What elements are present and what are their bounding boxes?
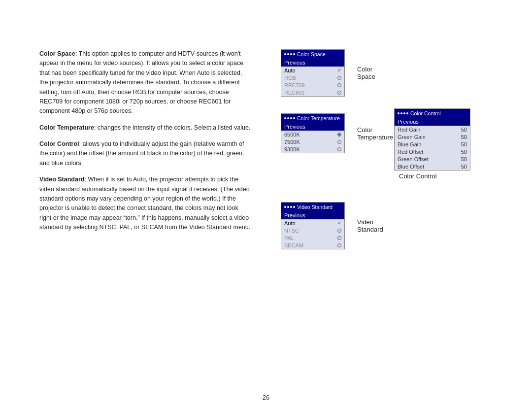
color-control-green-offset[interactable]: Green Offset 50 (395, 155, 470, 163)
color-temp-9300k[interactable]: 9300K (281, 145, 344, 153)
color-temp-section: Color Temperature Previous 6500K 7500K 9… (281, 113, 345, 153)
color-control-caption: Color Control (399, 172, 437, 180)
color-temp-6500k[interactable]: 6500K (281, 131, 344, 138)
menu-dots (284, 117, 295, 119)
radio-icon (337, 229, 341, 233)
color-control-menu: Color Control Previous Red Gain 50 Green… (394, 108, 470, 171)
color-space-caption: Color Space (357, 66, 375, 80)
color-control-red-offset[interactable]: Red Offset 50 (395, 148, 470, 155)
video-standard-menu: Video Standard Previous Auto ✓ NTSC PAL … (281, 202, 345, 249)
color-space-paragraph: Color Space: This option applies to comp… (39, 49, 251, 116)
dot1 (398, 112, 399, 114)
dot2 (287, 53, 289, 55)
color-temp-previous[interactable]: Previous (281, 123, 344, 131)
video-standard-pal[interactable]: PAL (281, 234, 344, 241)
color-control-blue-gain[interactable]: Blue Gain 50 (395, 140, 470, 148)
color-temp-bold: Color Temperature (39, 124, 94, 131)
dot3 (403, 112, 405, 114)
radio-icon (337, 147, 341, 151)
video-standard-secam[interactable]: SECAM (281, 241, 344, 249)
radio-icon (337, 140, 341, 144)
dot1 (284, 53, 286, 55)
color-temp-caption: Color Temperature (357, 126, 393, 141)
radio-icon (337, 91, 341, 95)
dot3 (290, 53, 292, 55)
video-standard-paragraph: Video Standard: When it is set to Auto, … (39, 175, 251, 232)
dot4 (293, 206, 295, 208)
color-temp-7500k[interactable]: 7500K (281, 138, 344, 145)
dot2 (287, 206, 289, 208)
dot4 (293, 117, 295, 119)
color-space-rec601[interactable]: REC601 (281, 89, 344, 96)
check-icon: ✓ (337, 68, 341, 73)
radio-filled-icon (337, 133, 341, 137)
color-control-red-gain[interactable]: Red Gain 50 (395, 126, 470, 133)
dot2 (400, 112, 402, 114)
video-standard-ntsc[interactable]: NTSC (281, 227, 344, 234)
video-standard-text: : When it is set to Auto, the projector … (39, 176, 250, 231)
color-temp-paragraph: Color Temperature: changes the intensity… (39, 123, 251, 133)
color-space-rec709[interactable]: REC709 (281, 81, 344, 89)
dot1 (284, 206, 286, 208)
page-number: 26 (263, 394, 269, 401)
color-space-title: Color Space (297, 51, 326, 57)
color-space-text: : This option applies to computer and HD… (39, 50, 243, 114)
color-control-header: Color Control (395, 109, 470, 118)
video-standard-previous[interactable]: Previous (281, 211, 344, 219)
color-space-previous[interactable]: Previous (281, 59, 344, 67)
video-standard-section: Video Standard Previous Auto ✓ NTSC PAL … (281, 202, 345, 249)
video-standard-auto[interactable]: Auto ✓ (281, 219, 344, 227)
dot4 (406, 112, 408, 114)
video-standard-caption: Video Standard (357, 218, 383, 233)
menu-dots (284, 206, 295, 208)
dot2 (287, 117, 289, 119)
radio-icon (337, 83, 341, 87)
color-control-paragraph: Color Control: allows you to individuall… (39, 139, 251, 168)
color-space-section: Color Space Previous Auto ✓ RGB REC709 R… (281, 49, 345, 97)
radio-icon (337, 236, 341, 240)
menu-dots (284, 53, 295, 55)
color-temp-text: : changes the intensity of the colors. S… (94, 124, 251, 131)
color-control-green-gain[interactable]: Green Gain 50 (395, 133, 470, 140)
dot1 (284, 117, 286, 119)
left-column: Color Space: This option applies to comp… (39, 49, 251, 239)
color-temp-menu: Color Temperature Previous 6500K 7500K 9… (281, 113, 345, 153)
video-standard-bold: Video Standard (39, 176, 84, 183)
check-icon: ✓ (337, 220, 341, 226)
dot3 (290, 206, 292, 208)
color-space-header: Color Space (281, 50, 344, 59)
color-control-title: Color Control (410, 110, 441, 116)
radio-icon (337, 76, 341, 80)
body-text: Color Space: This option applies to comp… (39, 49, 251, 232)
color-space-rgb[interactable]: RGB (281, 74, 344, 81)
color-space-bold: Color Space (39, 50, 75, 57)
color-control-previous[interactable]: Previous (395, 118, 470, 126)
radio-icon (337, 243, 341, 247)
page-content: Color Space: This option applies to comp… (39, 49, 493, 381)
color-space-menu: Color Space Previous Auto ✓ RGB REC709 R… (281, 49, 345, 97)
dot4 (293, 53, 295, 55)
menu-dots (398, 112, 408, 114)
video-standard-header: Video Standard (281, 203, 344, 211)
color-temp-header: Color Temperature (281, 114, 344, 123)
dot3 (290, 117, 292, 119)
color-control-blue-offset[interactable]: Blue Offset 50 (395, 163, 470, 170)
color-space-auto[interactable]: Auto ✓ (281, 67, 344, 74)
color-temp-title: Color Temperature (297, 115, 340, 121)
color-control-bold: Color Control (39, 140, 79, 147)
color-control-section: Color Control Previous Red Gain 50 Green… (394, 108, 470, 171)
video-standard-title: Video Standard (297, 204, 332, 210)
